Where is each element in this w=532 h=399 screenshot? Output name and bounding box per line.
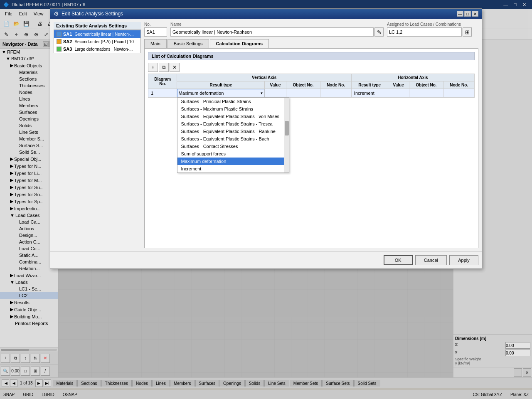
- sa3-color: [57, 47, 62, 52]
- existing-settings-list: SA1 Geometrically linear | Newton-... SA…: [54, 30, 141, 53]
- sa2-id: SA2: [63, 39, 72, 44]
- settings-right-area: No. Name ✎ Assigned to Load Cases / Comb…: [144, 22, 478, 248]
- apply-button[interactable]: Apply: [449, 255, 478, 265]
- dropdown-list: Surfaces - Principal Plastic Strains Sur…: [177, 97, 289, 173]
- tab-calculation-diagrams[interactable]: Calculation Diagrams: [210, 39, 269, 48]
- dd-item-6[interactable]: Surfaces - Contact Stresses: [177, 143, 289, 150]
- table-copy-btn[interactable]: ⧉: [159, 63, 169, 72]
- dialog-close-btn[interactable]: ✕: [472, 11, 478, 17]
- name-input-row: ✎: [170, 27, 384, 37]
- diagram-table-container: DiagramNo. Vertical Axis Horizontal Axis…: [148, 74, 475, 98]
- dialog-titlebar: ⚙ Edit Static Analysis Settings — □ ✕: [50, 9, 482, 19]
- existing-item-sa2[interactable]: SA2 Second-order (P-Δ) | Picard | 10: [54, 38, 140, 45]
- table-row-1[interactable]: 1 Maximum deformation ▼: [148, 89, 475, 98]
- existing-settings-panel: Existing Static Analysis Settings SA1 Ge…: [54, 22, 141, 248]
- name-label: Name: [170, 22, 384, 27]
- table-add-btn[interactable]: +: [148, 63, 158, 72]
- td-h-obj[interactable]: [409, 89, 443, 98]
- th-diagram-no: DiagramNo.: [148, 74, 177, 89]
- dd-item-5[interactable]: Surfaces - Equivalent Plastic Strains - …: [177, 135, 289, 143]
- td-h-result[interactable]: Increment: [351, 89, 388, 98]
- dd-item-7[interactable]: Sum of support forces: [177, 150, 289, 158]
- th-h-value: Value: [388, 81, 409, 89]
- th-vertical-axis: Vertical Axis: [177, 74, 351, 81]
- th-v-obj: Object No.: [286, 81, 320, 89]
- list-header: List of Calculation Diagrams: [148, 52, 475, 60]
- dialog-title-buttons: — □ ✕: [457, 11, 478, 17]
- table-toolbar: + ⧉ ✕: [148, 63, 475, 72]
- dd-scroll-thumb: [285, 121, 289, 135]
- name-field-group: Name ✎: [170, 22, 384, 37]
- dd-item-3[interactable]: Surfaces - Equivalent Plastic Strains - …: [177, 120, 289, 128]
- no-input[interactable]: [144, 27, 167, 37]
- sa1-id: SA1: [63, 32, 72, 37]
- no-label: No.: [144, 22, 167, 27]
- table-delete-btn[interactable]: ✕: [170, 63, 180, 72]
- th-horizontal-axis: Horizontal Axis: [351, 74, 474, 81]
- th-h-node: Node No.: [443, 81, 475, 89]
- td-v-result[interactable]: Maximum deformation ▼ Surfaces - Princip…: [177, 89, 265, 98]
- dd-scrollbar[interactable]: [284, 98, 289, 172]
- dialog-tab-bar: Main Basic Settings Calculation Diagrams: [144, 39, 478, 49]
- result-type-value: Maximum deformation: [178, 91, 260, 96]
- th-h-result: Result type: [351, 81, 388, 89]
- tab-basic-settings[interactable]: Basic Settings: [167, 39, 209, 48]
- sa2-color: [57, 39, 62, 44]
- result-type-dropdown[interactable]: Maximum deformation ▼: [177, 89, 264, 97]
- sa3-text: Large deformations | Newton-...: [74, 47, 133, 52]
- dialog-footer: OK Cancel Apply: [50, 251, 482, 268]
- dialog-maximize-btn[interactable]: □: [464, 11, 471, 17]
- td-v-obj[interactable]: [286, 89, 320, 98]
- td-v-node[interactable]: [320, 89, 352, 98]
- name-input[interactable]: [170, 27, 374, 37]
- dialog-title-left: ⚙ Edit Static Analysis Settings: [54, 10, 123, 17]
- sa3-id: SA3: [63, 47, 72, 52]
- td-h-value[interactable]: [388, 89, 409, 98]
- sa1-color: [57, 32, 62, 37]
- assigned-label: Assigned to Load Cases / Combinations: [387, 22, 478, 27]
- existing-settings-title: Existing Static Analysis Settings: [54, 22, 141, 30]
- sa1-text: Geometrically linear | Newton-...: [74, 32, 133, 37]
- dd-item-1[interactable]: Surfaces - Maximum Plastic Strains: [177, 105, 289, 113]
- dialog-minimize-btn[interactable]: —: [457, 11, 463, 17]
- dialog-icon: ⚙: [54, 10, 59, 17]
- dd-item-8[interactable]: Maximum deformation: [177, 158, 289, 165]
- tab-content-area: List of Calculation Diagrams + ⧉ ✕: [144, 49, 478, 248]
- dialog-main-layout: Existing Static Analysis Settings SA1 Ge…: [54, 22, 478, 248]
- diagram-table: DiagramNo. Vertical Axis Horizontal Axis…: [148, 74, 475, 98]
- th-v-value: Value: [265, 81, 286, 89]
- th-v-node: Node No.: [320, 81, 352, 89]
- td-v-value[interactable]: [265, 89, 286, 98]
- existing-item-sa3[interactable]: SA3 Large deformations | Newton-...: [54, 45, 140, 53]
- tab-main[interactable]: Main: [144, 39, 167, 48]
- sa2-text: Second-order (P-Δ) | Picard | 10: [74, 39, 134, 44]
- no-field-group: No.: [144, 22, 167, 37]
- modal-overlay: ⚙ Edit Static Analysis Settings — □ ✕ Ex…: [0, 0, 532, 399]
- th-v-result: Result type: [177, 81, 265, 89]
- td-h-node[interactable]: [443, 89, 475, 98]
- dd-item-2[interactable]: Surfaces - Equivalent Plastic Strains - …: [177, 113, 289, 120]
- assigned-input-row: ⊞: [387, 27, 478, 37]
- ok-button[interactable]: OK: [384, 255, 413, 265]
- dd-item-0[interactable]: Surfaces - Principal Plastic Strains: [177, 98, 289, 105]
- assigned-field-group: Assigned to Load Cases / Combinations ⊞: [387, 22, 478, 37]
- th-h-obj: Object No.: [409, 81, 443, 89]
- edit-static-analysis-dialog: ⚙ Edit Static Analysis Settings — □ ✕ Ex…: [50, 8, 482, 269]
- existing-item-sa1[interactable]: SA1 Geometrically linear | Newton-...: [54, 30, 140, 38]
- assigned-browse-btn[interactable]: ⊞: [463, 27, 472, 37]
- dialog-body: Existing Static Analysis Settings SA1 Ge…: [50, 19, 482, 251]
- dd-item-4[interactable]: Surfaces - Equivalent Plastic Strains - …: [177, 128, 289, 135]
- name-edit-btn[interactable]: ✎: [374, 27, 384, 37]
- top-fields-row: No. Name ✎ Assigned to Load Cases / Comb…: [144, 22, 478, 37]
- assigned-input[interactable]: [387, 27, 462, 37]
- td-no: 1: [148, 89, 177, 98]
- dialog-title-text: Edit Static Analysis Settings: [62, 11, 123, 17]
- dropdown-arrow-icon: ▼: [260, 91, 264, 95]
- dd-item-9[interactable]: Increment: [177, 165, 289, 172]
- cancel-button[interactable]: Cancel: [415, 255, 447, 265]
